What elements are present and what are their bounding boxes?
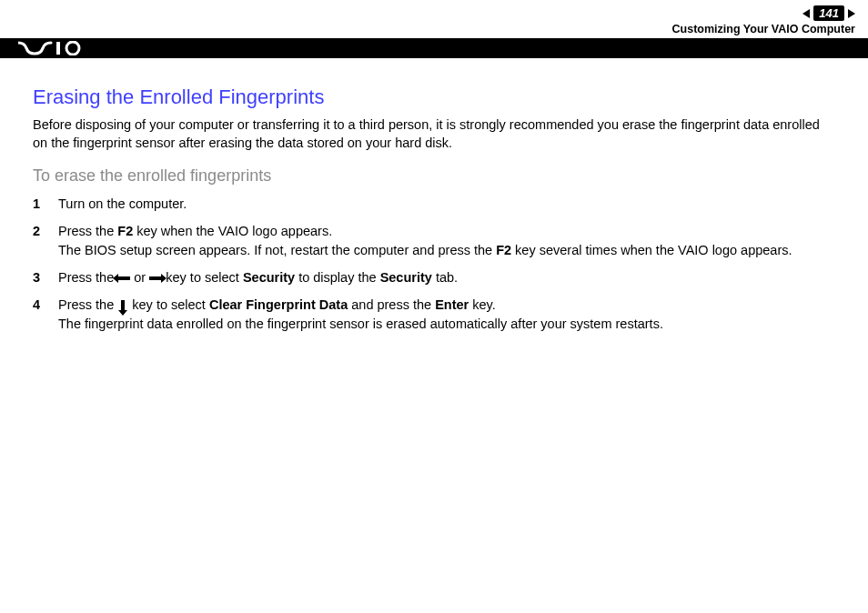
security-label: Security <box>380 270 432 285</box>
step-3: Press the or key to select Security to d… <box>33 268 835 286</box>
arrow-left-icon <box>117 276 130 280</box>
step-text: The fingerprint data enrolled on the fin… <box>58 317 663 331</box>
svg-rect-0 <box>56 42 60 55</box>
security-label: Security <box>243 270 295 285</box>
page-navigation: 141 Customizing Your VAIO Computer <box>672 5 855 35</box>
procedure-subtitle: To erase the enrolled fingerprints <box>33 166 835 186</box>
page-title: Erasing the Enrolled Fingerprints <box>33 85 835 109</box>
enter-key-label: Enter <box>435 297 469 312</box>
step-text: key several times when the VAIO logo app… <box>511 243 792 257</box>
step-4: Press the key to select Clear Fingerprin… <box>33 296 835 333</box>
step-text: Press the <box>58 297 117 312</box>
step-text: key when the VAIO logo appears. <box>133 224 332 238</box>
step-1: Turn on the computer. <box>33 195 835 213</box>
step-text: to display the <box>295 270 380 285</box>
vaio-logo-icon <box>18 41 89 55</box>
procedure-steps: Turn on the computer. Press the F2 key w… <box>33 195 835 333</box>
step-text: Press the <box>58 270 117 285</box>
intro-paragraph: Before disposing of your computer or tra… <box>33 116 835 152</box>
step-text: or <box>130 270 149 285</box>
section-title: Customizing Your VAIO Computer <box>672 23 855 35</box>
next-page-icon[interactable] <box>848 9 855 18</box>
step-text: tab. <box>432 270 458 285</box>
step-text: The BIOS setup screen appears. If not, r… <box>58 243 496 257</box>
key-name: F2 <box>496 243 511 257</box>
step-2: Press the F2 key when the VAIO logo appe… <box>33 222 835 259</box>
svg-point-1 <box>66 42 79 55</box>
page-number: 141 <box>813 5 844 21</box>
step-text: and press the <box>348 297 435 312</box>
key-name: F2 <box>117 224 133 238</box>
prev-page-icon[interactable] <box>802 9 810 18</box>
step-text: key to select <box>162 270 243 285</box>
page-content: Erasing the Enrolled Fingerprints Before… <box>0 58 868 333</box>
arrow-down-icon <box>121 300 125 311</box>
arrow-right-icon <box>149 276 162 280</box>
step-text: Press the <box>58 224 117 238</box>
step-text: key to select <box>128 297 209 312</box>
step-text: key. <box>469 297 496 312</box>
clear-fp-label: Clear Fingerprint Data <box>209 297 348 312</box>
step-text: Turn on the computer. <box>58 196 187 211</box>
page-header: 141 Customizing Your VAIO Computer <box>0 0 868 58</box>
brand-bar <box>0 38 868 58</box>
